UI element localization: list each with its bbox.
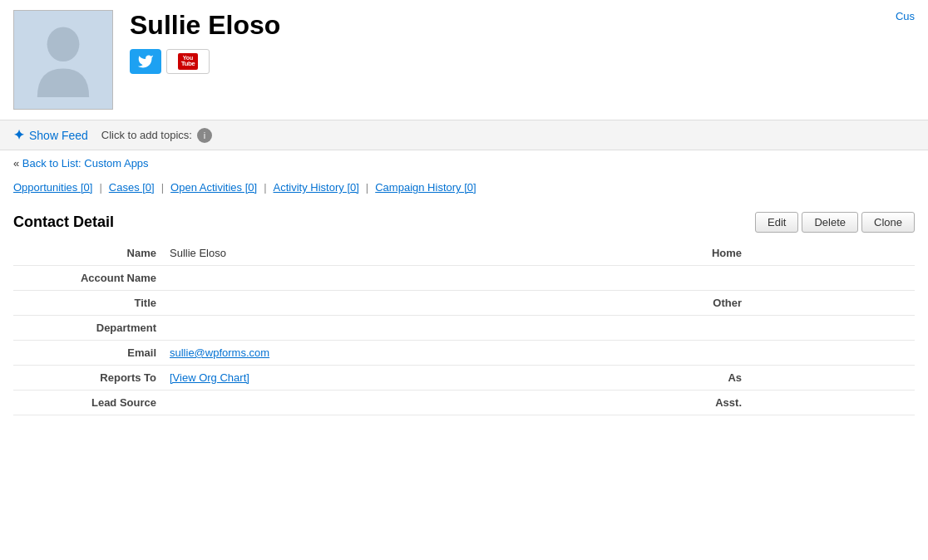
field-value-department	[163, 316, 665, 341]
activity-history-link[interactable]: Activity History [0]	[274, 181, 359, 194]
contact-detail-section: Contact Detail Edit Delete Clone Name Su…	[0, 202, 928, 432]
contact-info: Sullie Eloso You Tube	[130, 10, 915, 74]
field-value-asst	[748, 391, 915, 415]
nav-sep-3: |	[264, 181, 266, 194]
table-row: Account Name	[13, 266, 915, 291]
show-feed-button[interactable]: ✦ Show Feed	[13, 127, 88, 143]
cases-link[interactable]: Cases [0]	[109, 181, 155, 194]
delete-button[interactable]: Delete	[802, 212, 858, 233]
back-prefix: «	[13, 157, 19, 169]
field-label-title: Title	[13, 291, 163, 316]
field-value-as	[748, 366, 915, 391]
topics-section: Click to add topics: i	[101, 128, 212, 143]
field-value-r2	[748, 266, 915, 291]
view-org-chart-link[interactable]: [View Org Chart]	[170, 371, 249, 384]
detail-title: Contact Detail	[13, 214, 114, 231]
nav-item-activity-history: Activity History [0]	[274, 181, 359, 194]
table-row: Department	[13, 316, 915, 341]
field-label-r5	[665, 341, 748, 366]
field-value-account	[163, 266, 665, 291]
detail-actions: Edit Delete Clone	[755, 212, 915, 233]
field-value-home	[748, 241, 915, 266]
edit-button[interactable]: Edit	[755, 212, 798, 233]
field-value-name: Sullie Eloso	[163, 241, 665, 266]
field-label-r2	[665, 266, 748, 291]
field-label-reports-to: Reports To	[13, 366, 163, 391]
show-feed-label: Show Feed	[29, 129, 88, 142]
customize-button[interactable]: Cus	[896, 10, 915, 22]
field-value-r4	[748, 316, 915, 341]
field-label-lead-source: Lead Source	[13, 391, 163, 415]
field-value-email: sullie@wpforms.com	[163, 341, 665, 366]
nav-sep-4: |	[366, 181, 368, 194]
info-button[interactable]: i	[197, 128, 212, 143]
table-row: Reports To [View Org Chart] As	[13, 366, 915, 391]
table-row: Title Other	[13, 291, 915, 316]
field-label-department: Department	[13, 316, 163, 341]
svg-point-0	[47, 27, 80, 62]
youtube-button[interactable]: You Tube	[166, 49, 210, 74]
field-value-lead-source	[163, 391, 665, 415]
nav-sep-2: |	[161, 181, 164, 194]
avatar	[13, 10, 113, 110]
clone-button[interactable]: Clone	[861, 212, 915, 233]
back-to-list-link[interactable]: Back to List: Custom Apps	[22, 157, 149, 169]
breadcrumb: « Back to List: Custom Apps	[0, 150, 928, 176]
feed-bar: ✦ Show Feed Click to add topics: i	[0, 120, 928, 150]
field-value-title	[163, 291, 665, 316]
nav-links: Opportunities [0] | Cases [0] | Open Act…	[0, 176, 928, 202]
field-label-other: Other	[665, 291, 748, 316]
field-label-email: Email	[13, 341, 163, 366]
campaign-history-link[interactable]: Campaign History [0]	[375, 181, 476, 194]
contact-name: Sullie Eloso	[130, 10, 915, 41]
nav-item-opportunities: Opportunities [0]	[13, 181, 92, 194]
table-row: Name Sullie Eloso Home	[13, 241, 915, 266]
nav-sep-1: |	[99, 181, 101, 194]
social-icons: You Tube	[130, 49, 915, 74]
detail-table: Name Sullie Eloso Home Account Name Titl…	[13, 241, 915, 415]
field-label-asst: Asst.	[665, 391, 748, 415]
nav-item-campaign-history: Campaign History [0]	[375, 181, 476, 194]
info-icon: i	[204, 130, 205, 140]
feed-icon: ✦	[13, 127, 24, 143]
youtube-tube-text: Tube	[181, 61, 195, 68]
field-label-name: Name	[13, 241, 163, 266]
field-label-as: As	[665, 366, 748, 391]
field-value-r5	[748, 341, 915, 366]
nav-item-open-activities: Open Activities [0]	[170, 181, 257, 194]
opportunities-link[interactable]: Opportunities [0]	[13, 181, 92, 194]
field-value-other	[748, 291, 915, 316]
field-label-home: Home	[665, 241, 748, 266]
email-link[interactable]: sullie@wpforms.com	[170, 346, 269, 359]
field-label-r4	[665, 316, 748, 341]
table-row: Email sullie@wpforms.com	[13, 341, 915, 366]
detail-header: Contact Detail Edit Delete Clone	[13, 202, 915, 241]
nav-item-cases: Cases [0]	[109, 181, 155, 194]
table-row: Lead Source Asst.	[13, 391, 915, 415]
open-activities-link[interactable]: Open Activities [0]	[170, 181, 257, 194]
topics-label: Click to add topics:	[101, 129, 192, 141]
field-label-account: Account Name	[13, 266, 163, 291]
field-value-reports-to: [View Org Chart]	[163, 366, 665, 391]
contact-header: Sullie Eloso You Tube Cus	[0, 0, 928, 120]
twitter-button[interactable]	[130, 49, 161, 74]
